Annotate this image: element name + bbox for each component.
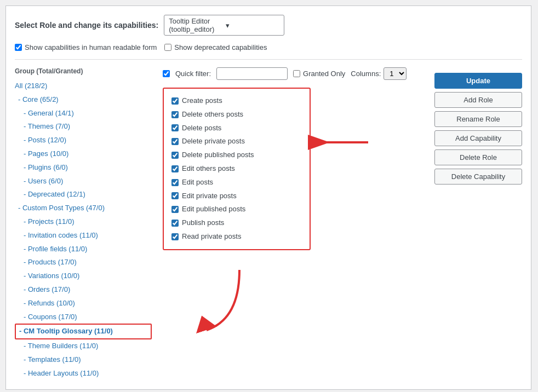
capability-checkbox[interactable] (171, 165, 179, 172)
sidebar-item[interactable]: - Products (17/0) (15, 256, 152, 269)
capability-checkbox[interactable] (171, 152, 179, 159)
sidebar-item[interactable]: - Orders (17/0) (15, 283, 152, 297)
human-readable-label: Show capabilities in human readable form (25, 43, 157, 51)
human-readable-checkbox-label[interactable]: Show capabilities in human readable form (15, 43, 157, 51)
sidebar-item[interactable]: - Variations (10/0) (15, 269, 152, 283)
sidebar-item[interactable]: - Plugins (6/0) (15, 161, 152, 175)
filter-row: Quick filter: Granted Only Columns: 1 2 … (163, 67, 429, 80)
delete-capability-button[interactable]: Delete Capability (434, 169, 522, 185)
divider (15, 59, 522, 60)
sidebar-item[interactable]: - Projects (11/0) (15, 215, 152, 229)
role-value: Tooltip Editor (tooltip_editor) (169, 17, 222, 33)
add-role-button[interactable]: Add Role (434, 92, 522, 108)
sidebar-item[interactable]: - General (14/1) (15, 107, 152, 120)
sidebar-item[interactable]: - Header Layouts (11/0) (15, 367, 152, 381)
capability-label: Create posts (182, 95, 222, 107)
capability-label: Delete published posts (182, 149, 254, 161)
granted-only-checkbox[interactable] (293, 70, 300, 77)
capability-item: Edit published posts (171, 203, 302, 216)
capability-item: Publish posts (171, 216, 302, 230)
sidebar-item[interactable]: - Profile fields (11/0) (15, 243, 152, 256)
capability-item: Read private posts (171, 230, 302, 244)
dropdown-icon: ▾ (226, 21, 279, 30)
columns-label: Columns: (351, 70, 381, 78)
capability-label: Delete others posts (182, 109, 243, 120)
sidebar-item[interactable]: - Templates (11/0) (15, 353, 152, 367)
capability-item: Edit private posts (171, 189, 302, 203)
group-header: Group (Total/Granted) (15, 67, 152, 75)
update-button[interactable]: Update (434, 73, 522, 89)
sidebar-item[interactable]: - Posts (12/0) (15, 134, 152, 147)
capability-checkbox[interactable] (171, 220, 179, 227)
capability-checkbox[interactable] (171, 206, 179, 213)
quick-filter-checkbox-label[interactable] (163, 70, 170, 77)
sidebar-item[interactable]: - Refunds (10/0) (15, 297, 152, 310)
role-dropdown[interactable]: Tooltip Editor (tooltip_editor) ▾ (164, 15, 284, 36)
capability-item: Edit posts (171, 176, 302, 189)
arrow-down-indicator (190, 264, 250, 337)
arrow-right-indicator (302, 131, 374, 155)
capability-item: Create posts (171, 94, 302, 108)
right-panel: Update Add Role Rename Role Add Capabili… (434, 67, 522, 381)
sidebar-item[interactable]: - CM Tooltip Glossary (11/0) (15, 324, 152, 339)
columns-select-group: Columns: 1 2 3 (351, 67, 407, 80)
capability-checkbox[interactable] (171, 233, 179, 240)
granted-only-label[interactable]: Granted Only (293, 70, 345, 78)
capability-label: Edit others posts (182, 163, 235, 175)
granted-only-text: Granted Only (303, 70, 345, 78)
sidebar: Group (Total/Granted) All (218/2)- Core … (15, 67, 157, 381)
capability-checkbox[interactable] (171, 138, 179, 145)
sidebar-items-container: All (218/2)- Core (65/2)- General (14/1)… (15, 79, 152, 381)
quick-filter-input[interactable] (216, 67, 288, 80)
capability-label: Delete private posts (182, 136, 245, 147)
select-role-label: Select Role and change its capabilities: (15, 21, 158, 30)
sidebar-item[interactable]: - Users (6/0) (15, 175, 152, 188)
capability-checkbox[interactable] (171, 179, 179, 186)
add-capability-button[interactable]: Add Capability (434, 130, 522, 146)
quick-filter-label: Quick filter: (175, 70, 211, 78)
human-readable-checkbox[interactable] (15, 44, 22, 51)
sidebar-item[interactable]: - Coupons (17/0) (15, 310, 152, 324)
capability-checkbox[interactable] (171, 124, 179, 131)
capability-label: Edit private posts (182, 191, 237, 202)
sidebar-item[interactable]: - Core (65/2) (15, 93, 152, 107)
deprecated-label: Show deprecated capabilities (174, 43, 267, 51)
delete-role-button[interactable]: Delete Role (434, 149, 522, 165)
deprecated-checkbox[interactable] (164, 44, 171, 51)
sidebar-item[interactable]: - Deprecated (12/1) (15, 188, 152, 201)
columns-select[interactable]: 1 2 3 (384, 67, 407, 80)
capability-label: Publish posts (182, 217, 224, 229)
capability-label: Edit published posts (182, 204, 245, 215)
capability-label: Edit posts (182, 177, 213, 188)
capability-checkbox[interactable] (171, 111, 179, 118)
capabilities-box: Create postsDelete others postsDelete po… (163, 88, 311, 250)
capability-item: Delete published posts (171, 148, 302, 162)
content-area: Quick filter: Granted Only Columns: 1 2 … (157, 67, 434, 381)
sidebar-item[interactable]: - Themes (7/0) (15, 120, 152, 134)
capability-item: Edit others posts (171, 162, 302, 176)
sidebar-item[interactable]: - Theme Builders (11/0) (15, 339, 152, 353)
capability-checkbox[interactable] (171, 97, 179, 105)
capability-item: Delete others posts (171, 108, 302, 122)
capability-item: Delete posts (171, 122, 302, 135)
quick-filter-checkbox[interactable] (163, 70, 170, 77)
capability-label: Read private posts (182, 231, 241, 243)
capability-label: Delete posts (182, 123, 221, 134)
deprecated-checkbox-label[interactable]: Show deprecated capabilities (164, 43, 267, 51)
capability-checkbox[interactable] (171, 192, 179, 199)
sidebar-item[interactable]: - Invitation codes (11/0) (15, 229, 152, 243)
sidebar-item[interactable]: All (218/2) (15, 79, 152, 93)
capabilities-list: Create postsDelete others postsDelete po… (171, 94, 302, 244)
rename-role-button[interactable]: Rename Role (434, 111, 522, 127)
sidebar-item[interactable]: - Custom Post Types (47/0) (15, 201, 152, 215)
capability-item: Delete private posts (171, 135, 302, 148)
sidebar-item[interactable]: - Pages (10/0) (15, 147, 152, 161)
